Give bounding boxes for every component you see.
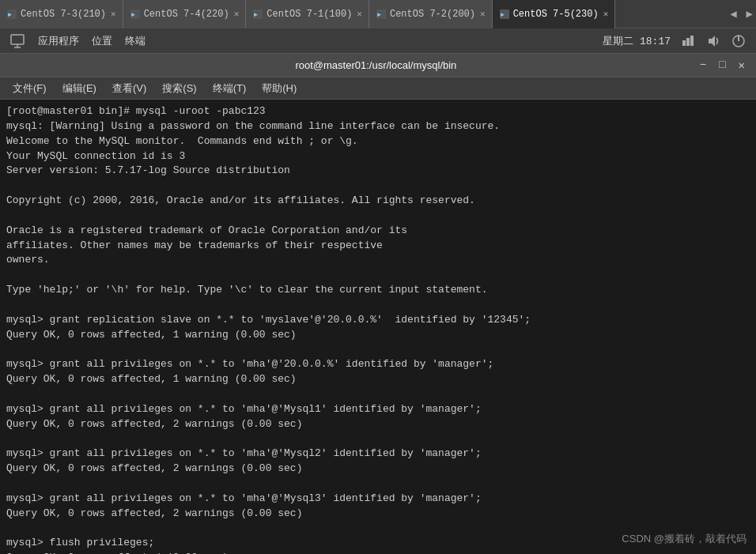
datetime-display: 星期二 18:17 — [603, 34, 671, 48]
tab-close-button[interactable]: ✕ — [111, 9, 116, 19]
svg-rect-14 — [686, 38, 690, 46]
tab-tab4[interactable]: ►CentOS 7-2(200)✕ — [369, 0, 493, 28]
terminal-tab-icon: ► — [252, 9, 263, 20]
tab-close-button[interactable]: ✕ — [234, 9, 240, 19]
tab-tab1[interactable]: ►CentOS 7-3(210)✕ — [0, 0, 123, 28]
terminal-tab-icon: ► — [499, 9, 510, 20]
volume-icon — [705, 33, 721, 49]
tab-tab2[interactable]: ►CentOS 7-4(220)✕ — [123, 0, 247, 28]
window-controls: − □ ✕ — [697, 58, 748, 72]
power-icon[interactable] — [731, 33, 747, 49]
tab-list: ►CentOS 7-3(210)✕►CentOS 7-4(220)✕►CentO… — [0, 0, 727, 28]
menu-item[interactable]: 查看(V) — [106, 80, 153, 97]
tab-close-button[interactable]: ✕ — [357, 9, 362, 19]
svg-text:►: ► — [377, 11, 381, 18]
svg-rect-15 — [690, 36, 694, 46]
tab-label: CentOS 7-4(220) — [144, 9, 229, 20]
desktop-icon — [9, 33, 25, 49]
tab-tab5[interactable]: ►CentOS 7-5(230)✕ — [493, 0, 616, 28]
system-bar: 应用程序 位置 终端 星期二 18:17 — [0, 28, 756, 54]
apps-menu[interactable]: 应用程序 — [38, 34, 79, 48]
menu-item[interactable]: 终端(T) — [206, 80, 253, 97]
window-title: root@master01:/usr/local/mysql/bin — [55, 59, 697, 71]
svg-text:►: ► — [131, 11, 135, 18]
menu-item[interactable]: 文件(F) — [6, 80, 53, 97]
tab-tab3[interactable]: ►CentOS 7-1(100)✕ — [246, 0, 369, 28]
location-menu[interactable]: 位置 — [92, 34, 112, 48]
menu-item[interactable]: 搜索(S) — [156, 80, 202, 97]
next-tab-button[interactable]: ▶ — [743, 6, 756, 22]
terminal-tab-icon: ► — [376, 9, 387, 20]
maximize-button[interactable]: □ — [716, 58, 728, 72]
taskbar: ►CentOS 7-3(210)✕►CentOS 7-4(220)✕►CentO… — [0, 0, 756, 28]
tab-label: CentOS 7-3(210) — [21, 9, 106, 20]
network-icon — [680, 33, 696, 49]
menu-item[interactable]: 编辑(E) — [56, 80, 103, 97]
watermark: CSDN @搬着砖，敲着代码 — [622, 532, 747, 546]
tab-label: CentOS 7-2(200) — [390, 9, 475, 20]
window-titlebar: root@master01:/usr/local/mysql/bin − □ ✕ — [0, 54, 756, 77]
close-button[interactable]: ✕ — [735, 58, 748, 72]
tab-close-button[interactable]: ✕ — [603, 9, 609, 19]
svg-marker-16 — [709, 36, 715, 47]
tab-label: CentOS 7-1(100) — [266, 9, 352, 20]
svg-text:►: ► — [501, 11, 505, 18]
svg-rect-10 — [11, 35, 24, 44]
menu-item[interactable]: 帮助(H) — [255, 80, 303, 97]
terminal-output[interactable]: [root@master01 bin]# mysql -uroot -pabc1… — [0, 100, 756, 554]
tab-navigation: ◀ ▶ — [727, 6, 756, 22]
svg-text:►: ► — [8, 11, 12, 18]
terminal-tab-icon: ► — [6, 9, 17, 20]
terminal-tab-icon: ► — [130, 9, 141, 20]
sysbar-left: 应用程序 位置 终端 — [9, 33, 146, 49]
terminal-menu[interactable]: 终端 — [125, 34, 146, 48]
minimize-button[interactable]: − — [697, 58, 709, 72]
tab-close-button[interactable]: ✕ — [480, 9, 486, 19]
prev-tab-button[interactable]: ◀ — [727, 6, 739, 22]
svg-rect-13 — [682, 40, 686, 46]
svg-text:►: ► — [254, 11, 258, 18]
sysbar-right: 星期二 18:17 — [603, 33, 747, 49]
menu-bar: 文件(F)编辑(E)查看(V)搜索(S)终端(T)帮助(H) — [0, 77, 756, 100]
tab-label: CentOS 7-5(230) — [513, 9, 599, 20]
